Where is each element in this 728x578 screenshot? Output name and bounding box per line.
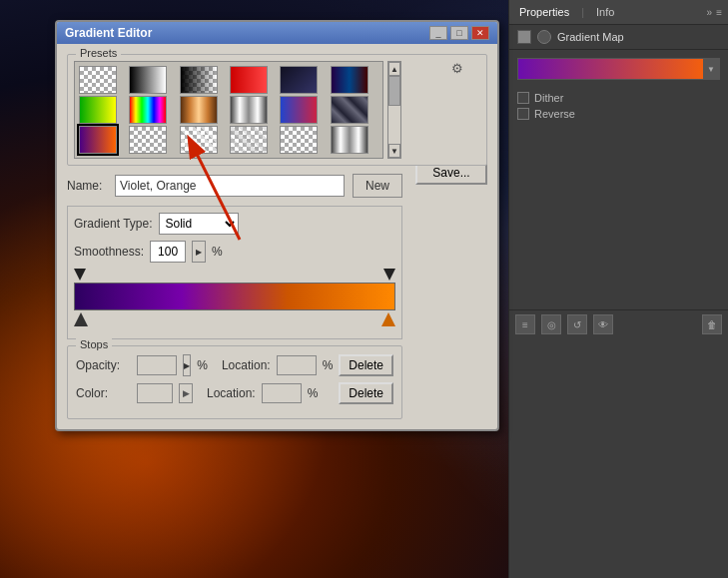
list-item[interactable]: [129, 96, 167, 124]
eye-slash-icon[interactable]: ◎: [541, 314, 561, 334]
panel-options: Dither Reverse: [509, 88, 728, 128]
tab-info[interactable]: Info: [592, 4, 618, 20]
presets-inner: ▲ ▼: [74, 61, 401, 159]
dither-label: Dither: [534, 92, 563, 104]
list-item[interactable]: [180, 96, 218, 124]
smoothness-input[interactable]: [150, 241, 186, 263]
opacity-stepper[interactable]: ▶: [183, 354, 191, 376]
stop-marker-bottom-left[interactable]: [74, 312, 88, 326]
stop-marker-top-left[interactable]: [74, 269, 86, 281]
dialog-controls: _ □ ✕: [429, 26, 489, 40]
presets-grid: [75, 62, 382, 158]
dialog-title: Gradient Editor: [65, 26, 429, 40]
dialog-body: OK Cancel Load... Save... Presets ⚙: [57, 44, 497, 429]
presets-gear-button[interactable]: ⚙: [448, 59, 466, 77]
top-stop-markers: [74, 269, 395, 281]
smoothness-unit: %: [212, 245, 223, 259]
color-location-pct: %: [308, 386, 319, 400]
opacity-row: Opacity: ▶ % Location: % Delete: [76, 354, 393, 376]
list-item[interactable]: [280, 66, 318, 94]
list-item[interactable]: [331, 126, 368, 154]
new-button[interactable]: New: [353, 174, 402, 198]
gradient-preview-container: ▼: [509, 58, 728, 80]
list-item[interactable]: [180, 126, 218, 154]
list-item[interactable]: [280, 96, 318, 124]
refresh-icon[interactable]: ↺: [567, 314, 587, 334]
trash-icon[interactable]: 🗑: [702, 314, 722, 334]
color-location-label: Location:: [207, 386, 256, 400]
panel-title: Gradient Map: [557, 31, 624, 43]
stops-legend: Stops: [76, 338, 112, 350]
tab-properties[interactable]: Properties: [515, 4, 573, 20]
list-item[interactable]: [280, 126, 318, 154]
gradient-map-icon-square: [517, 30, 531, 44]
gradient-editor-dialog: Gradient Editor _ □ ✕ OK Cancel Load... …: [55, 20, 499, 431]
list-item[interactable]: [129, 126, 167, 154]
visibility-icon[interactable]: 👁: [593, 314, 613, 334]
gradient-type-section: Gradient Type: Solid Noise Smoothness: ▶…: [67, 206, 402, 339]
presets-legend: Presets: [76, 47, 121, 59]
dither-row: Dither: [517, 92, 720, 104]
smoothness-stepper[interactable]: ▶: [192, 241, 206, 263]
stop-marker-bottom-right[interactable]: [381, 312, 395, 326]
color-dropdown-button[interactable]: ▶: [179, 383, 193, 403]
opacity-delete-button[interactable]: Delete: [339, 354, 393, 376]
layers-icon[interactable]: ≡: [515, 314, 535, 334]
minimize-button[interactable]: _: [429, 26, 447, 40]
gradient-type-select[interactable]: Solid Noise: [159, 213, 239, 235]
stops-group: Stops Opacity: ▶ % Location: % Delete Co…: [67, 345, 402, 419]
list-item[interactable]: [180, 66, 218, 94]
opacity-input[interactable]: [137, 355, 177, 375]
scroll-track: [388, 76, 400, 144]
gradient-bar-area: [74, 269, 395, 326]
gradient-preview-dropdown[interactable]: ▼: [703, 59, 719, 79]
list-item[interactable]: [331, 66, 368, 94]
list-item[interactable]: [230, 126, 268, 154]
reverse-row: Reverse: [517, 108, 720, 120]
maximize-button[interactable]: □: [450, 26, 468, 40]
panel-collapse-button[interactable]: » ≡: [707, 7, 722, 18]
gradient-map-icon-circle: [537, 30, 551, 44]
list-item[interactable]: [331, 96, 368, 124]
name-label: Name:: [67, 179, 107, 193]
presets-grid-wrap: [74, 61, 383, 159]
opacity-pct: %: [197, 358, 208, 372]
gradient-bar[interactable]: [74, 283, 395, 310]
bottom-stop-markers: [74, 312, 395, 326]
smoothness-row: Smoothness: ▶ %: [74, 241, 395, 263]
name-input[interactable]: [115, 175, 345, 197]
reverse-label: Reverse: [534, 108, 575, 120]
scroll-down-button[interactable]: ▼: [388, 144, 400, 158]
gradient-type-row: Gradient Type: Solid Noise: [74, 213, 395, 235]
opacity-location-input[interactable]: [277, 355, 317, 375]
color-swatch[interactable]: [137, 383, 173, 403]
presets-scrollbar: ▲ ▼: [387, 61, 401, 159]
list-item[interactable]: [79, 66, 117, 94]
dialog-titlebar: Gradient Editor _ □ ✕: [57, 22, 497, 44]
list-item[interactable]: [230, 66, 268, 94]
reverse-checkbox[interactable]: [517, 108, 529, 120]
color-label: Color:: [76, 386, 131, 400]
opacity-location-pct: %: [323, 358, 334, 372]
opacity-location-label: Location:: [222, 358, 271, 372]
color-row: Color: ▶ Location: % Delete: [76, 382, 393, 404]
properties-panel: Properties | Info » ≡ Gradient Map ▼ Dit…: [508, 0, 728, 578]
scroll-up-button[interactable]: ▲: [388, 62, 400, 76]
color-location-input[interactable]: [262, 383, 302, 403]
list-item[interactable]: [79, 96, 117, 124]
gradient-preview-bar[interactable]: ▼: [517, 58, 720, 80]
scroll-thumb[interactable]: [388, 76, 400, 106]
stop-marker-top-right[interactable]: [383, 269, 395, 281]
list-item[interactable]: [79, 126, 117, 154]
dither-checkbox[interactable]: [517, 92, 529, 104]
panel-title-row: Gradient Map: [509, 25, 728, 50]
presets-group: Presets ⚙: [67, 54, 487, 166]
close-button[interactable]: ✕: [471, 26, 489, 40]
color-delete-button[interactable]: Delete: [339, 382, 393, 404]
list-item[interactable]: [230, 96, 268, 124]
smoothness-label: Smoothness:: [74, 245, 144, 259]
gradient-type-label: Gradient Type:: [74, 217, 153, 231]
panel-toolbar: ≡ ◎ ↺ 👁 🗑: [509, 309, 728, 338]
list-item[interactable]: [129, 66, 167, 94]
gradient-settings-area: Gradient Type: Solid Noise Smoothness: ▶…: [67, 206, 487, 419]
